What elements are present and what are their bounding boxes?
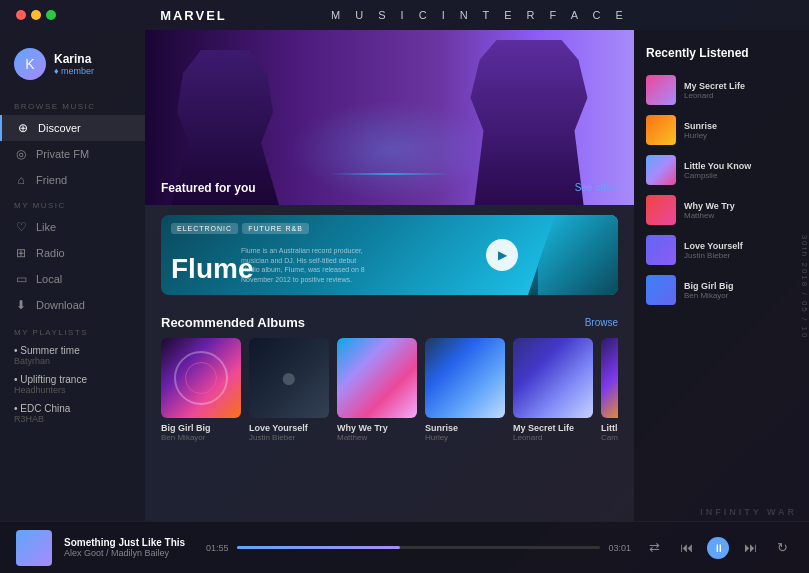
- minimize-icon[interactable]: [31, 10, 41, 20]
- recent-item-my-secret-life[interactable]: My Secret Life Leonard: [634, 70, 809, 110]
- album-item-sunrise[interactable]: Sunrise Hurley: [425, 338, 505, 442]
- recent-cover: [646, 195, 676, 225]
- recent-song: Big Girl Big: [684, 281, 734, 291]
- hero-label-area: Featured for you: [161, 181, 256, 195]
- album-name: Little You Know: [601, 423, 618, 433]
- prev-button[interactable]: ⏮: [675, 537, 697, 559]
- playlists-section-label: MY PLAYLISTS: [0, 318, 145, 341]
- playlist-sub: Batyrhan: [14, 356, 131, 366]
- browse-section-label: BROWSE MUSIC: [0, 94, 145, 115]
- album-artist: Hurley: [425, 433, 505, 442]
- hero-cta[interactable]: See other: [575, 177, 618, 195]
- content-scroll-area: ELECTRONIC FUTURE R&B Flume Flume is an …: [145, 205, 634, 521]
- recent-item-little-you-know[interactable]: Little You Know Campsile: [634, 150, 809, 190]
- recent-artist: Campsile: [684, 171, 751, 180]
- album-item-little-you-know[interactable]: Little You Know Campsile: [601, 338, 618, 442]
- date-display: 30th 2018 / 05 / 10: [800, 234, 809, 339]
- album-cover: ●: [249, 338, 329, 418]
- playlist-item-trance[interactable]: • Uplifting trance Headhunters: [0, 370, 145, 399]
- featured-card[interactable]: ELECTRONIC FUTURE R&B Flume Flume is an …: [161, 215, 618, 295]
- progress-bar[interactable]: [237, 546, 601, 549]
- recent-song: Little You Know: [684, 161, 751, 171]
- hero-glow: [290, 100, 490, 200]
- recent-info: My Secret Life Leonard: [684, 81, 745, 100]
- albums-section-header: Recommended Albums Browse: [161, 315, 618, 330]
- album-item-why-we-try[interactable]: Why We Try Matthew: [337, 338, 417, 442]
- app-title: M U S I C I N T E R F A C E: [331, 9, 629, 21]
- right-panel: Recently Listened My Secret Life Leonard…: [634, 30, 809, 521]
- top-bar: MARVEL M U S I C I N T E R F A C E: [0, 0, 809, 30]
- my-music-section-label: MY MUSIC: [0, 193, 145, 214]
- recent-item-big-girl-big[interactable]: Big Girl Big Ben Mikayor: [634, 270, 809, 310]
- repeat-button[interactable]: ↻: [771, 537, 793, 559]
- download-icon: ⬇: [14, 298, 28, 312]
- recent-info: Why We Try Matthew: [684, 201, 735, 220]
- user-profile[interactable]: K Karina ♦ member: [0, 42, 145, 94]
- local-icon: ▭: [14, 272, 28, 286]
- recent-item-sunrise[interactable]: Sunrise Hurley: [634, 110, 809, 150]
- radio-icon: ◎: [14, 147, 28, 161]
- album-cover: [513, 338, 593, 418]
- sidebar-item-private-fm[interactable]: ◎ Private FM: [0, 141, 145, 167]
- maximize-icon[interactable]: [46, 10, 56, 20]
- sidebar: K Karina ♦ member BROWSE MUSIC ⊕ Discove…: [0, 30, 145, 521]
- main-content: Featured for you See other ELECTRONIC FU…: [145, 30, 634, 521]
- recent-cover: [646, 115, 676, 145]
- friend-icon: ⌂: [14, 173, 28, 187]
- progress-fill: [237, 546, 401, 549]
- next-button[interactable]: ⏭: [739, 537, 761, 559]
- sidebar-item-label: Private FM: [36, 148, 89, 160]
- albums-section: Recommended Albums Browse Big Girl Big B…: [145, 305, 634, 456]
- album-cover: [601, 338, 618, 418]
- player-bar: Something Just Like This Alex Goot / Mad…: [0, 521, 809, 573]
- albums-browse-link[interactable]: Browse: [585, 317, 618, 328]
- sidebar-item-download[interactable]: ⬇ Download: [0, 292, 145, 318]
- recent-cover: [646, 275, 676, 305]
- shuffle-button[interactable]: ⇄: [643, 537, 665, 559]
- close-icon[interactable]: [16, 10, 26, 20]
- recent-song: Love Yourself: [684, 241, 743, 251]
- albums-grid: Big Girl Big Ben Mikayor ● Love Yourself…: [161, 338, 618, 446]
- featured-play-button[interactable]: ▶: [486, 239, 518, 271]
- player-time-total: 03:01: [608, 543, 631, 553]
- sidebar-item-friend[interactable]: ⌂ Friend: [0, 167, 145, 193]
- sidebar-item-radio[interactable]: ⊞ Radio: [0, 240, 145, 266]
- album-item-my-secret-life[interactable]: My Secret Life Leonard: [513, 338, 593, 442]
- featured-tags: ELECTRONIC FUTURE R&B: [171, 223, 309, 234]
- player-song-title: Something Just Like This: [64, 537, 194, 548]
- avatar: K: [14, 48, 46, 80]
- window-controls: [16, 10, 56, 20]
- album-name: Sunrise: [425, 423, 505, 433]
- featured-section: ELECTRONIC FUTURE R&B Flume Flume is an …: [145, 205, 634, 305]
- album-cover: [161, 338, 241, 418]
- recent-item-why-we-try[interactable]: Why We Try Matthew: [634, 190, 809, 230]
- recent-cover: [646, 235, 676, 265]
- recent-item-love-yourself[interactable]: Love Yourself Justin Bieber: [634, 230, 809, 270]
- play-pause-button[interactable]: ⏸: [707, 537, 729, 559]
- player-artist-name: Alex Goot / Madilyn Bailey: [64, 548, 194, 558]
- album-artist: Leonard: [513, 433, 593, 442]
- recent-artist: Justin Bieber: [684, 251, 743, 260]
- watermark: INFINITY WAR: [700, 507, 797, 517]
- player-controls: ⇄ ⏮ ⏸ ⏭ ↻: [643, 537, 793, 559]
- featured-portrait: [528, 215, 618, 295]
- album-item-love-yourself[interactable]: ● Love Yourself Justin Bieber: [249, 338, 329, 442]
- recent-artist: Matthew: [684, 211, 735, 220]
- user-info: Karina ♦ member: [54, 52, 94, 76]
- user-role: ♦ member: [54, 66, 94, 76]
- sidebar-item-local[interactable]: ▭ Local: [0, 266, 145, 292]
- hero-text: Featured for you: [161, 181, 256, 195]
- sidebar-item-discover[interactable]: ⊕ Discover: [0, 115, 145, 141]
- playlist-item-summer[interactable]: • Summer time Batyrhan: [0, 341, 145, 370]
- album-cover: [337, 338, 417, 418]
- sidebar-item-like[interactable]: ♡ Like: [0, 214, 145, 240]
- album-cover: [425, 338, 505, 418]
- album-item-big-girl-big[interactable]: Big Girl Big Ben Mikayor: [161, 338, 241, 442]
- playlist-item-edc[interactable]: • EDC China R3HAB: [0, 399, 145, 428]
- recent-song: My Secret Life: [684, 81, 745, 91]
- sidebar-item-label: Like: [36, 221, 56, 233]
- recent-song: Sunrise: [684, 121, 717, 131]
- recent-cover: [646, 75, 676, 105]
- recent-info: Big Girl Big Ben Mikayor: [684, 281, 734, 300]
- recent-artist: Hurley: [684, 131, 717, 140]
